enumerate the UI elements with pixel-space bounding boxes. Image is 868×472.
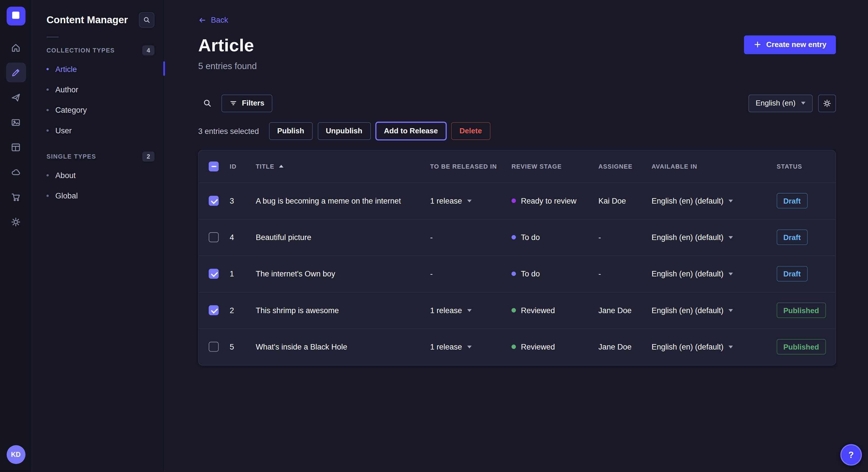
cell-id: 3 xyxy=(224,196,250,205)
collection-types-count-badge: 4 xyxy=(143,45,154,55)
chevron-down-icon xyxy=(728,199,733,202)
publish-button[interactable]: Publish xyxy=(269,122,313,140)
single-types-count-badge: 2 xyxy=(143,151,154,162)
cell-assignee: Jane Doe xyxy=(598,306,652,314)
column-header-review-stage: REVIEW STAGE xyxy=(512,163,598,169)
gear-icon xyxy=(823,99,832,107)
back-link[interactable]: Back xyxy=(198,15,228,24)
column-header-assignee: ASSIGNEE xyxy=(598,163,652,169)
nav-home[interactable] xyxy=(6,38,26,57)
chevron-down-icon xyxy=(467,199,471,202)
bullet-icon xyxy=(46,174,49,176)
sidebar-item-label: Article xyxy=(55,65,77,73)
table-row[interactable]: 2 This shrimp is awesome 1 release Revie… xyxy=(198,292,835,328)
cell-assignee: - xyxy=(598,269,652,278)
nav-settings[interactable] xyxy=(6,212,26,232)
cell-available-in[interactable]: English (en) (default) xyxy=(652,306,777,314)
select-all-checkbox[interactable] xyxy=(209,161,219,171)
cell-id: 4 xyxy=(224,233,250,242)
section-single-types: SINGLE TYPES xyxy=(46,153,96,160)
cell-release: - xyxy=(430,233,512,242)
row-checkbox[interactable] xyxy=(209,269,219,279)
create-new-entry-button[interactable]: Create new entry xyxy=(744,35,836,54)
sort-ascending-icon xyxy=(279,165,283,168)
nav-marketplace[interactable] xyxy=(6,187,26,207)
cell-release-menu[interactable]: 1 release xyxy=(430,196,512,205)
paper-plane-icon xyxy=(11,92,21,103)
view-settings-button[interactable] xyxy=(818,94,836,112)
cell-available-in[interactable]: English (en) (default) xyxy=(652,342,777,351)
cell-assignee: Kai Doe xyxy=(598,196,652,205)
bullet-icon xyxy=(46,194,49,197)
sidebar-divider xyxy=(46,36,59,38)
search-icon xyxy=(143,16,151,24)
cell-title: A bug is becoming a meme on the internet xyxy=(250,196,430,205)
unpublish-button[interactable]: Unpublish xyxy=(317,122,371,140)
status-badge: Draft xyxy=(777,266,807,281)
nav-media-library[interactable] xyxy=(6,112,26,132)
status-badge: Draft xyxy=(777,193,807,208)
cell-review-stage: Reviewed xyxy=(512,306,598,314)
cell-title: Beautiful picture xyxy=(250,233,430,242)
chevron-down-icon xyxy=(728,272,733,275)
column-header-release: TO BE RELEASED IN xyxy=(430,163,512,169)
row-checkbox[interactable] xyxy=(209,342,219,352)
bullet-icon xyxy=(46,129,49,131)
sidebar-title: Content Manager xyxy=(46,14,128,26)
cell-title: What's inside a Black Hole xyxy=(250,342,430,351)
cell-available-in[interactable]: English (en) (default) xyxy=(652,196,777,205)
search-icon xyxy=(203,98,212,108)
table-row[interactable]: 5 What's inside a Black Hole 1 release R… xyxy=(198,328,835,365)
column-header-status: STATUS xyxy=(777,163,835,169)
cart-icon xyxy=(11,192,21,202)
filters-button[interactable]: Filters xyxy=(221,94,272,112)
locale-select[interactable]: English (en) xyxy=(748,94,813,112)
sidebar-item-user[interactable]: User xyxy=(46,120,154,140)
cell-release: - xyxy=(430,269,512,278)
sidebar-item-global[interactable]: Global xyxy=(46,185,154,206)
sidebar-item-label: User xyxy=(55,126,72,135)
chevron-down-icon xyxy=(728,236,733,239)
strapi-logo[interactable] xyxy=(6,7,25,26)
bullet-icon xyxy=(46,68,49,70)
media-library-icon xyxy=(11,117,21,128)
sidebar-item-article[interactable]: Article xyxy=(46,59,154,79)
chevron-down-icon xyxy=(467,345,471,348)
nav-content-manager[interactable] xyxy=(6,63,26,82)
column-header-title[interactable]: TITLE xyxy=(250,163,430,169)
cell-release-menu[interactable]: 1 release xyxy=(430,306,512,314)
delete-button[interactable]: Delete xyxy=(451,122,490,140)
cell-available-in[interactable]: English (en) (default) xyxy=(652,269,777,278)
table-row[interactable]: 3 A bug is becoming a meme on the intern… xyxy=(198,182,835,218)
row-checkbox[interactable] xyxy=(209,305,219,315)
stage-dot xyxy=(512,272,516,276)
cell-title: The internet's Own boy xyxy=(250,269,430,278)
sidebar-search-button[interactable] xyxy=(139,12,154,28)
stage-dot xyxy=(512,344,516,349)
row-checkbox[interactable] xyxy=(209,196,219,206)
add-to-release-button[interactable]: Add to Release xyxy=(376,122,446,140)
sidebar-item-category[interactable]: Category xyxy=(46,100,154,120)
sidebar-item-about[interactable]: About xyxy=(46,165,154,185)
cell-id: 2 xyxy=(224,306,250,314)
sidebar-item-label: Global xyxy=(55,191,78,200)
column-header-available-in: AVAILABLE IN xyxy=(652,163,777,169)
sidebar-item-label: About xyxy=(55,171,76,179)
nav-releases[interactable] xyxy=(6,88,26,107)
user-avatar[interactable]: KD xyxy=(6,445,25,464)
selection-count: 3 entries selected xyxy=(198,127,259,135)
stage-dot xyxy=(512,198,516,203)
row-checkbox[interactable] xyxy=(209,232,219,242)
cell-id: 1 xyxy=(224,269,250,278)
table-row[interactable]: 1 The internet's Own boy - To do - Engli… xyxy=(198,255,835,292)
nav-cloud[interactable] xyxy=(6,162,26,182)
cell-release-menu[interactable]: 1 release xyxy=(430,342,512,351)
home-icon xyxy=(11,42,21,53)
sidebar-item-author[interactable]: Author xyxy=(46,79,154,100)
search-button[interactable] xyxy=(198,94,216,112)
table-row[interactable]: 4 Beautiful picture - To do - English (e… xyxy=(198,219,835,255)
nav-content-type-builder[interactable] xyxy=(6,137,26,157)
stage-dot xyxy=(512,235,516,239)
cell-available-in[interactable]: English (en) (default) xyxy=(652,233,777,242)
bullet-icon xyxy=(46,109,49,111)
